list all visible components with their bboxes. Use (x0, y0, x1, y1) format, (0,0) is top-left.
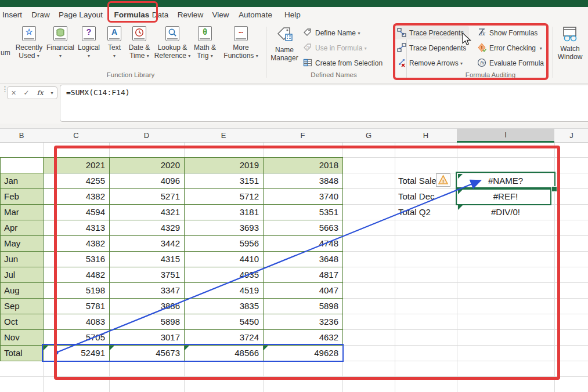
year-header-cell[interactable]: 2020 (109, 157, 185, 173)
tab-page-layout[interactable]: Page Layout (59, 7, 103, 23)
column-header-H[interactable]: H (395, 129, 457, 143)
data-cell[interactable]: 3724 (184, 329, 264, 346)
enter-icon[interactable]: ✓ (24, 89, 30, 97)
data-cell[interactable]: 3693 (184, 220, 264, 236)
tab-data[interactable]: Data (152, 7, 169, 23)
tab-review[interactable]: Review (178, 7, 203, 23)
column-header-B[interactable]: B (0, 129, 44, 143)
insert-function-icon[interactable]: fx (37, 89, 43, 97)
cancel-icon[interactable]: × (11, 88, 16, 97)
data-cell[interactable]: 4410 (184, 251, 264, 267)
month-label-cell[interactable]: Jun (0, 251, 44, 267)
month-label-cell[interactable]: Aug (0, 282, 44, 299)
data-cell[interactable]: 5198 (43, 282, 110, 299)
data-cell[interactable]: 5705 (43, 329, 110, 346)
evaluate-formula-button[interactable]: fx Evaluate Formula (477, 57, 544, 70)
column-header-G[interactable]: G (342, 129, 395, 143)
data-cell[interactable]: 3648 (263, 251, 343, 267)
data-cell[interactable]: 4083 (43, 314, 110, 330)
tab-view[interactable]: View (212, 7, 229, 23)
column-header-C[interactable]: C (43, 129, 110, 143)
month-label-cell[interactable]: Mar (0, 204, 44, 220)
data-cell[interactable]: 4748 (263, 235, 343, 252)
chevron-down-icon[interactable]: ▾ (540, 46, 542, 51)
data-cell[interactable]: 4382 (43, 235, 110, 252)
data-cell[interactable]: 5316 (43, 251, 110, 267)
formula-input[interactable]: =SUMX(C14:F14) (60, 85, 588, 122)
data-cell[interactable]: 3848 (263, 173, 343, 189)
data-cell[interactable]: 4321 (109, 204, 185, 220)
year-header-cell[interactable]: 2019 (184, 157, 264, 173)
data-cell[interactable]: 4096 (109, 173, 185, 189)
ribbon-button-more[interactable]: •••MoreFunctions ▾ (218, 26, 264, 60)
cell-b2[interactable] (0, 157, 44, 173)
month-label-cell[interactable]: Nov (0, 329, 44, 346)
create-from-selection-button[interactable]: Create from Selection (303, 57, 383, 70)
month-label-cell[interactable]: Oct (0, 314, 44, 330)
trace-dependents-button[interactable]: Trace Dependents (397, 42, 466, 55)
tab-help[interactable]: Help (284, 7, 301, 23)
data-cell[interactable]: 5956 (184, 235, 264, 252)
data-cell[interactable]: 5271 (109, 188, 185, 205)
data-cell[interactable]: 5712 (184, 188, 264, 205)
define-name-button[interactable]: Define Name ▾ (303, 27, 360, 39)
data-cell[interactable]: 3236 (263, 314, 343, 330)
chevron-down-icon[interactable]: ▾ (460, 61, 463, 66)
data-cell[interactable]: 4382 (43, 188, 110, 205)
chevron-down-icon[interactable]: ▾ (51, 90, 53, 96)
data-cell[interactable]: 4594 (43, 204, 110, 220)
error-smart-tag[interactable]: ! (436, 173, 450, 187)
data-cell[interactable]: 5663 (263, 220, 343, 236)
data-cell[interactable]: 4313 (43, 220, 110, 236)
column-header-I[interactable]: I (457, 129, 555, 143)
month-label-cell[interactable]: Apr (0, 220, 44, 236)
data-cell[interactable]: 4047 (263, 282, 343, 299)
data-cell[interactable]: 4935 (184, 267, 264, 283)
trace-precedents-button[interactable]: Trace Precedents (397, 27, 464, 39)
month-label-cell[interactable]: May (0, 235, 44, 252)
tab-draw[interactable]: Draw (31, 7, 50, 23)
data-cell[interactable]: 5450 (184, 314, 264, 330)
data-cell[interactable]: 5898 (109, 314, 185, 330)
chevron-down-icon[interactable]: ▾ (358, 31, 360, 36)
name-manager-button[interactable]: Name Manager (261, 26, 308, 62)
data-cell[interactable]: 3181 (184, 204, 264, 220)
data-cell[interactable]: 4519 (184, 282, 264, 299)
use-in-formula-button[interactable]: fx Use in Formula ▾ (303, 42, 367, 55)
show-formulas-button[interactable]: fx Show Formulas (477, 27, 538, 39)
tab-automate[interactable]: Automate (239, 7, 272, 23)
data-cell[interactable]: 5781 (43, 298, 110, 314)
month-label-cell[interactable]: Jan (0, 173, 44, 189)
column-header-E[interactable]: E (184, 129, 264, 143)
tab-insert[interactable]: Insert (2, 7, 22, 23)
column-header-D[interactable]: D (109, 129, 185, 143)
watch-window-button[interactable]: Watch Window (553, 26, 587, 61)
data-cell[interactable]: 4632 (263, 329, 343, 346)
error-checking-button[interactable]: ! Error Checking ▾ (477, 42, 542, 55)
data-cell[interactable]: 3151 (184, 173, 264, 189)
data-cell[interactable]: 3835 (184, 298, 264, 314)
year-header-cell[interactable]: 2021 (43, 157, 110, 173)
data-cell[interactable]: 4817 (263, 267, 343, 283)
error-value-cell[interactable]: #DIV/0! (457, 204, 554, 220)
data-cell[interactable]: 4255 (43, 173, 110, 189)
column-header-F[interactable]: F (263, 129, 343, 143)
data-cell[interactable]: 5898 (263, 298, 343, 314)
month-label-cell[interactable]: Jul (0, 267, 44, 283)
data-cell[interactable]: 3442 (109, 235, 185, 252)
data-cell[interactable]: 3347 (109, 282, 185, 299)
year-header-cell[interactable]: 2018 (263, 157, 343, 173)
data-cell[interactable]: 4315 (109, 251, 185, 267)
data-cell[interactable]: 3017 (109, 329, 185, 346)
data-cell[interactable]: 4329 (109, 220, 185, 236)
data-cell[interactable]: 4482 (43, 267, 110, 283)
column-header-J[interactable]: J (554, 129, 588, 143)
data-cell[interactable]: 5351 (263, 204, 343, 220)
remove-arrows-button[interactable]: Remove Arrows ▾ (397, 57, 463, 70)
month-label-cell[interactable]: Sep (0, 298, 44, 314)
data-cell[interactable]: 3740 (263, 188, 343, 205)
data-cell[interactable]: 3886 (109, 298, 185, 314)
total-label-cell[interactable]: Total (0, 345, 44, 361)
fill-handle[interactable] (551, 186, 557, 192)
data-cell[interactable]: 3751 (109, 267, 185, 283)
